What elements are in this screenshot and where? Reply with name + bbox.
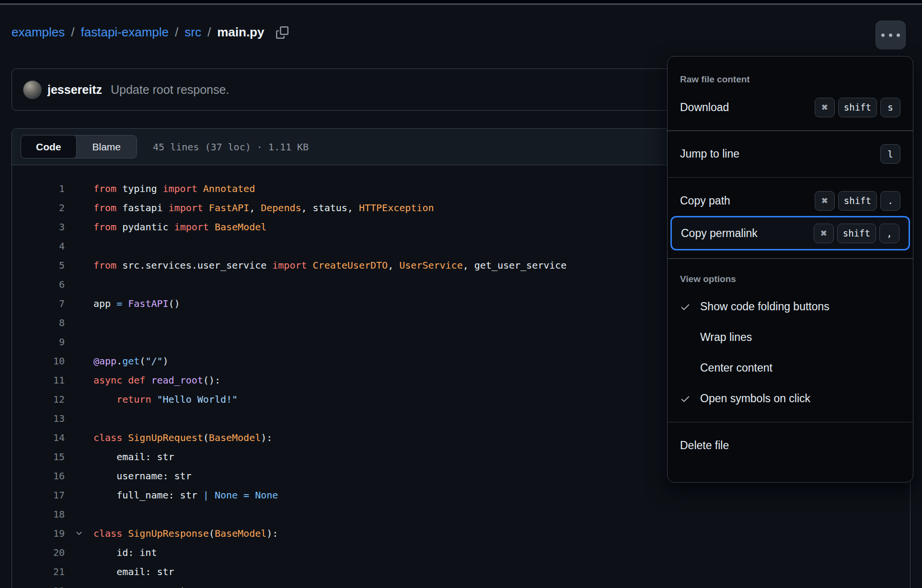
code-text: email: str — [93, 566, 174, 577]
code-text: username: str — [93, 470, 192, 482]
line-number[interactable]: 16 — [12, 470, 65, 482]
kbd-key: ⌘ — [815, 191, 835, 211]
breadcrumb-link-src[interactable]: src — [184, 25, 201, 40]
code-line: 18 — [12, 505, 910, 524]
tab-blame[interactable]: Blame — [77, 136, 137, 158]
menu-item-label: Wrap lines — [700, 331, 900, 344]
breadcrumb-separator: / — [207, 25, 211, 40]
code-text: from typing import Annotated — [93, 183, 255, 194]
code-text: username: str — [93, 585, 192, 588]
menu-item-center-content[interactable]: Center content — [668, 353, 913, 384]
code-text: from src.services.user_service import Cr… — [93, 260, 566, 271]
code-text: from pydantic import BaseModel — [93, 221, 266, 233]
kbd-key: s — [880, 98, 900, 117]
line-number[interactable]: 9 — [12, 336, 65, 348]
menu-item-label: Show code folding buttons — [700, 300, 900, 313]
line-number[interactable]: 15 — [12, 451, 65, 463]
chevron-down-icon — [75, 529, 83, 538]
shortcut-keys: l — [880, 144, 900, 164]
code-fold-toggle[interactable] — [65, 529, 93, 538]
line-number[interactable]: 12 — [12, 394, 65, 405]
kebab-horizontal-icon — [881, 34, 885, 37]
line-number[interactable]: 11 — [12, 374, 65, 386]
line-number[interactable]: 13 — [12, 413, 65, 424]
code-line: 17 full_name: str | None = None — [12, 486, 910, 505]
line-number[interactable]: 3 — [12, 221, 65, 233]
code-text: full_name: str | None = None — [93, 489, 278, 501]
line-number[interactable]: 10 — [12, 355, 65, 367]
file-actions-more-button[interactable] — [876, 21, 906, 49]
line-number[interactable]: 20 — [12, 547, 65, 558]
menu-item-label: Jump to line — [680, 147, 880, 160]
menu-item-show-code-folding-buttons[interactable]: Show code folding buttons — [668, 292, 913, 322]
code-text: @app.get("/") — [93, 355, 169, 367]
line-number[interactable]: 19 — [12, 528, 65, 539]
context-menu: Raw file contentDownload⌘shiftsJump to l… — [667, 56, 913, 483]
kbd-key: ⌘ — [814, 224, 834, 243]
menu-item-jump-to-line[interactable]: Jump to linel — [668, 139, 913, 170]
kbd-key: ⌘ — [815, 98, 835, 117]
commit-message[interactable]: Update root response. — [111, 83, 229, 97]
menu-divider — [668, 130, 913, 131]
menu-item-label: Copy path — [680, 194, 815, 207]
kbd-key: . — [880, 191, 900, 211]
kebab-horizontal-icon — [889, 34, 892, 37]
line-number[interactable]: 6 — [12, 279, 65, 290]
commit-author[interactable]: jessereitz — [47, 83, 102, 97]
code-blame-switcher: Code Blame — [21, 135, 137, 158]
code-text: return "Hello World!" — [93, 394, 238, 405]
line-number[interactable]: 4 — [12, 240, 65, 252]
code-text: from fastapi import FastAPI, Depends, st… — [93, 202, 434, 214]
tab-code[interactable]: Code — [21, 136, 77, 158]
menu-item-open-symbols-on-click[interactable]: Open symbols on click — [668, 384, 913, 414]
menu-item-download[interactable]: Download⌘shifts — [668, 92, 913, 123]
menu-item-label: Open symbols on click — [700, 392, 900, 405]
breadcrumb-separator: / — [175, 25, 178, 40]
line-number[interactable]: 1 — [12, 183, 65, 194]
check-icon — [680, 302, 691, 312]
file-info: 45 lines (37 loc) · 1.11 KB — [153, 141, 309, 153]
menu-item-label: Download — [680, 101, 815, 114]
code-text: class SignUpRequest(BaseModel): — [93, 432, 272, 443]
menu-item-copy-path[interactable]: Copy path⌘shift. — [668, 185, 913, 216]
code-text: async def read_root(): — [93, 374, 220, 386]
code-line: 20 id: int — [12, 543, 910, 562]
copy-icon — [276, 26, 288, 39]
check-icon — [680, 394, 691, 404]
line-number[interactable]: 22 — [12, 585, 65, 588]
code-text: app = FastAPI() — [93, 298, 180, 309]
menu-item-wrap-lines[interactable]: Wrap lines — [668, 322, 913, 353]
breadcrumb-link-fastapi-example[interactable]: fastapi-example — [81, 25, 169, 40]
line-number[interactable]: 17 — [12, 489, 65, 501]
menu-item-copy-permalink[interactable]: Copy permalink⌘shift, — [670, 216, 910, 250]
shortcut-keys: ⌘shift, — [814, 224, 899, 243]
kbd-key: shift — [837, 224, 876, 243]
kbd-key: shift — [838, 191, 877, 211]
line-number[interactable]: 7 — [12, 298, 65, 309]
code-text: id: int — [93, 547, 157, 558]
menu-section-header-view-options: View options — [668, 267, 913, 292]
breadcrumb-link-examples[interactable]: examples — [12, 25, 65, 40]
line-number[interactable]: 18 — [12, 509, 65, 520]
menu-item-label: Center content — [700, 362, 900, 374]
code-text: class SignUpResponse(BaseModel): — [93, 528, 278, 539]
kbd-key: shift — [838, 98, 877, 117]
code-text: email: str — [93, 451, 174, 463]
kbd-key: l — [880, 144, 900, 164]
menu-divider — [668, 422, 913, 423]
code-line: 22 username: str — [12, 581, 910, 588]
line-number[interactable]: 14 — [12, 432, 65, 443]
line-number[interactable]: 21 — [12, 566, 65, 577]
line-number[interactable]: 2 — [12, 202, 65, 214]
kbd-key: , — [879, 224, 899, 243]
line-number[interactable]: 8 — [12, 317, 65, 328]
shortcut-keys: ⌘shifts — [815, 98, 900, 117]
line-number[interactable]: 5 — [12, 260, 65, 271]
menu-item-delete-file[interactable]: Delete file — [668, 430, 913, 461]
kebab-horizontal-icon — [897, 34, 900, 37]
avatar[interactable] — [23, 80, 42, 99]
code-line: 19class SignUpResponse(BaseModel): — [12, 524, 910, 543]
menu-item-label: Delete file — [680, 439, 900, 452]
check-icon-slot — [680, 302, 700, 312]
copy-path-button[interactable] — [276, 26, 288, 39]
